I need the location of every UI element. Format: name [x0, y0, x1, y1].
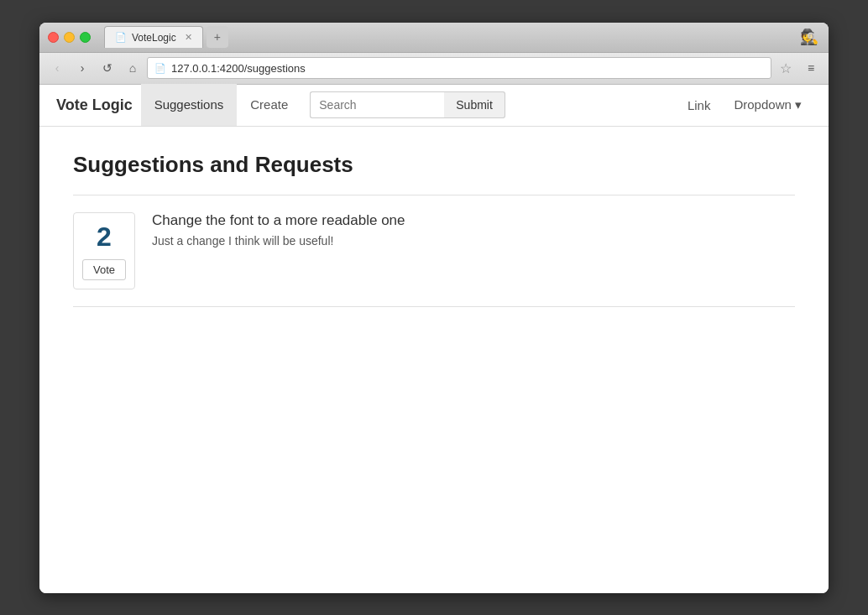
maximize-button[interactable]: [80, 32, 91, 43]
bookmark-button[interactable]: ☆: [775, 57, 797, 79]
nav-bar: ‹ › ↺ ⌂ 📄 127.0.0.1:4200/suggestions ☆ ≡: [39, 53, 829, 85]
vote-section: 2 Vote: [73, 212, 135, 289]
search-input[interactable]: [310, 91, 444, 118]
app-navbar: Vote Logic Suggestions Create Submit Lin…: [39, 85, 829, 127]
tab-page-icon: 📄: [115, 32, 127, 43]
nav-link-suggestions[interactable]: Suggestions: [141, 84, 238, 126]
title-bar: 📄 VoteLogic ✕ + 🕵️: [39, 23, 829, 53]
vote-button[interactable]: Vote: [82, 259, 126, 280]
reload-button[interactable]: ↺: [97, 57, 118, 79]
app-brand: Vote Logic: [56, 96, 133, 114]
search-form: Submit: [310, 91, 505, 118]
tab-close-icon[interactable]: ✕: [185, 32, 192, 43]
suggestion-body: Just a change I think will be useful!: [152, 234, 795, 248]
nav-right: Link Dropdown ▾: [677, 84, 812, 126]
forward-button[interactable]: ›: [71, 57, 93, 79]
home-button[interactable]: ⌂: [122, 57, 144, 79]
menu-button[interactable]: ≡: [800, 57, 822, 79]
url-text: 127.0.0.1:4200/suggestions: [171, 62, 306, 75]
nav-link-create[interactable]: Create: [237, 84, 301, 126]
main-content: Suggestions and Requests 2 Vote Change t…: [39, 127, 829, 593]
address-bar[interactable]: 📄 127.0.0.1:4200/suggestions: [147, 57, 771, 79]
back-button[interactable]: ‹: [46, 57, 68, 79]
nav-link-dropdown[interactable]: Dropdown ▾: [724, 84, 812, 126]
tab-title: VoteLogic: [132, 32, 176, 44]
table-row: 2 Vote Change the font to a more readabl…: [73, 195, 795, 307]
minimize-button[interactable]: [64, 32, 75, 43]
tab-bar: 📄 VoteLogic ✕ +: [104, 26, 793, 48]
close-button[interactable]: [48, 32, 59, 43]
suggestions-list: 2 Vote Change the font to a more readabl…: [73, 195, 795, 307]
browser-window: 📄 VoteLogic ✕ + 🕵️ ‹ › ↺ ⌂ 📄 127.0.0.1:4…: [39, 23, 829, 593]
suggestion-title: Change the font to a more readable one: [152, 212, 795, 229]
search-button[interactable]: Submit: [444, 91, 505, 118]
nav-link-suggestions-label: Suggestions: [154, 97, 224, 112]
vote-count: 2: [97, 222, 112, 253]
nav-link-dropdown-label: Dropdown ▾: [734, 97, 802, 112]
spy-icon: 🕵️: [798, 26, 820, 48]
nav-link-create-label: Create: [250, 97, 288, 112]
browser-tab[interactable]: 📄 VoteLogic ✕: [104, 26, 203, 48]
nav-link-link[interactable]: Link: [677, 84, 721, 126]
suggestion-content: Change the font to a more readable one J…: [152, 212, 795, 248]
page-title: Suggestions and Requests: [73, 152, 795, 178]
new-tab-button[interactable]: +: [207, 26, 228, 48]
address-bar-icon: 📄: [154, 63, 166, 74]
nav-link-link-label: Link: [688, 98, 711, 112]
